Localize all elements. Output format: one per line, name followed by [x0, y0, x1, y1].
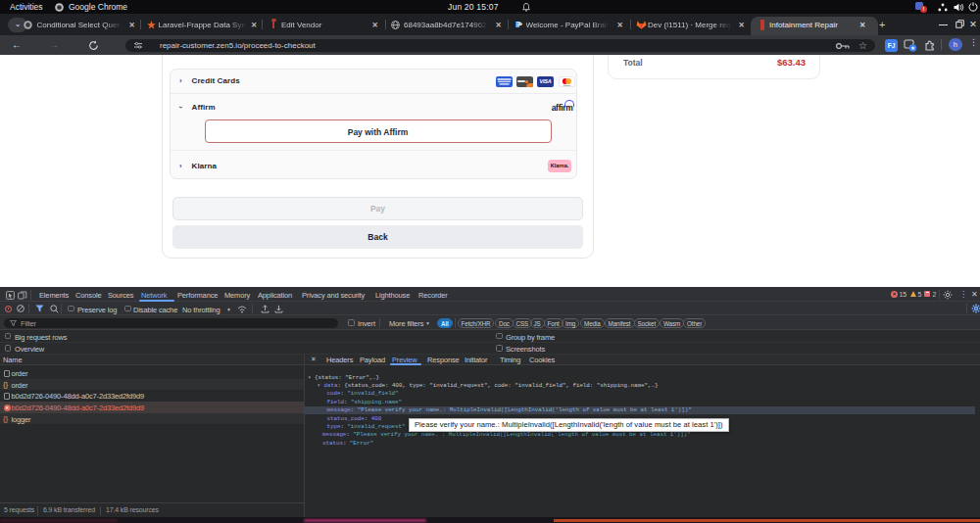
svg-text:★: ★	[910, 45, 915, 51]
